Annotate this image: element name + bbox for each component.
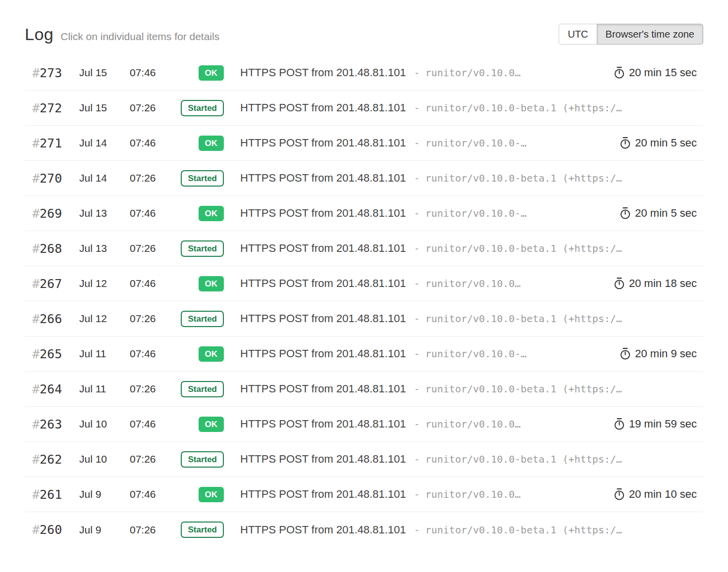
event-separator: - bbox=[414, 453, 420, 465]
status-badge-cell: Started bbox=[174, 240, 224, 257]
status-badge-cell: Started bbox=[174, 451, 224, 468]
hash-symbol: # bbox=[32, 347, 40, 361]
hash-symbol: # bbox=[32, 206, 40, 221]
event-description: HTTPS POST from 201.48.81.101 - runitor/… bbox=[240, 312, 697, 325]
hash-symbol: # bbox=[32, 417, 40, 431]
event-separator: - bbox=[414, 418, 420, 430]
stopwatch-icon bbox=[614, 488, 625, 501]
log-row[interactable]: #271 Jul 14 07:46 OK HTTPS POST from 201… bbox=[25, 126, 703, 161]
hash-symbol: # bbox=[32, 523, 40, 537]
duration-text: 20 min 10 sec bbox=[629, 488, 697, 501]
log-row[interactable]: #269 Jul 13 07:46 OK HTTPS POST from 201… bbox=[25, 196, 703, 231]
stopwatch-icon bbox=[620, 347, 631, 360]
header-bar: Log Click on individual items for detail… bbox=[25, 24, 703, 45]
event-source-text: HTTPS POST from 201.48.81.101 bbox=[240, 524, 406, 536]
status-badge: Started bbox=[181, 100, 224, 116]
log-row[interactable]: #267 Jul 12 07:46 OK HTTPS POST from 201… bbox=[25, 266, 703, 301]
event-number: #272 bbox=[32, 101, 79, 115]
status-badge: OK bbox=[199, 276, 224, 291]
log-row[interactable]: #260 Jul 9 07:26 Started HTTPS POST from… bbox=[25, 512, 703, 547]
log-row[interactable]: #263 Jul 10 07:46 OK HTTPS POST from 201… bbox=[25, 407, 703, 442]
event-date: Jul 11 bbox=[79, 383, 130, 395]
event-source-text: HTTPS POST from 201.48.81.101 bbox=[240, 418, 406, 430]
duration-cell: 20 min 9 sec bbox=[611, 347, 697, 360]
hash-symbol: # bbox=[32, 171, 40, 186]
log-row[interactable]: #270 Jul 14 07:26 Started HTTPS POST fro… bbox=[25, 161, 703, 196]
event-time: 07:46 bbox=[130, 348, 174, 360]
status-badge-cell: OK bbox=[174, 136, 224, 151]
event-date: Jul 13 bbox=[79, 242, 130, 254]
duration-text: 20 min 18 sec bbox=[629, 277, 697, 290]
event-number: #267 bbox=[32, 277, 79, 291]
event-source-text: HTTPS POST from 201.48.81.101 bbox=[240, 207, 406, 220]
status-badge: Started bbox=[181, 240, 224, 257]
event-time: 07:46 bbox=[130, 418, 174, 430]
event-time: 07:26 bbox=[130, 524, 174, 536]
status-badge: Started bbox=[181, 170, 224, 187]
event-source-text: HTTPS POST from 201.48.81.101 bbox=[240, 137, 406, 149]
status-badge: Started bbox=[181, 522, 224, 538]
user-agent-text: runitor/v0.10.0… bbox=[425, 418, 521, 430]
hash-symbol: # bbox=[32, 241, 40, 256]
status-badge-cell: OK bbox=[174, 487, 224, 502]
log-row[interactable]: #268 Jul 13 07:26 Started HTTPS POST fro… bbox=[25, 231, 703, 266]
log-row[interactable]: #272 Jul 15 07:26 Started HTTPS POST fro… bbox=[25, 91, 703, 126]
log-row[interactable]: #262 Jul 10 07:26 Started HTTPS POST fro… bbox=[25, 442, 703, 477]
event-time: 07:46 bbox=[130, 137, 174, 149]
status-badge: OK bbox=[199, 206, 224, 221]
user-agent-text: runitor/v0.10.0-beta.1 (+https:/… bbox=[425, 172, 622, 184]
event-source-text: HTTPS POST from 201.48.81.101 bbox=[240, 172, 406, 185]
log-row[interactable]: #273 Jul 15 07:46 OK HTTPS POST from 201… bbox=[25, 55, 703, 91]
status-badge: OK bbox=[199, 487, 224, 502]
user-agent-text: runitor/v0.10.0-… bbox=[425, 348, 527, 360]
status-badge: OK bbox=[199, 65, 224, 81]
event-number: #265 bbox=[32, 347, 79, 361]
event-date: Jul 9 bbox=[79, 524, 130, 536]
event-source-text: HTTPS POST from 201.48.81.101 bbox=[240, 242, 406, 255]
event-date: Jul 12 bbox=[79, 313, 130, 325]
event-description: HTTPS POST from 201.48.81.101 - runitor/… bbox=[240, 207, 611, 220]
event-source-text: HTTPS POST from 201.48.81.101 bbox=[240, 488, 406, 501]
event-number: #271 bbox=[32, 136, 79, 150]
user-agent-text: runitor/v0.10.0-beta.1 (+https:/… bbox=[425, 313, 622, 325]
event-date: Jul 9 bbox=[79, 488, 130, 500]
log-row[interactable]: #266 Jul 12 07:26 Started HTTPS POST fro… bbox=[25, 301, 703, 336]
event-separator: - bbox=[414, 67, 420, 79]
status-badge-cell: OK bbox=[174, 65, 224, 81]
hash-symbol: # bbox=[32, 101, 40, 115]
duration-cell: 20 min 5 sec bbox=[611, 137, 697, 149]
event-description: HTTPS POST from 201.48.81.101 - runitor/… bbox=[240, 66, 605, 79]
stopwatch-icon bbox=[620, 207, 631, 220]
event-time: 07:26 bbox=[130, 313, 174, 325]
event-date: Jul 14 bbox=[79, 172, 130, 184]
event-description: HTTPS POST from 201.48.81.101 - runitor/… bbox=[240, 172, 697, 185]
duration-text: 20 min 5 sec bbox=[635, 137, 697, 149]
event-description: HTTPS POST from 201.48.81.101 - runitor/… bbox=[240, 137, 611, 149]
event-separator: - bbox=[414, 242, 420, 254]
event-time: 07:46 bbox=[130, 488, 174, 500]
event-description: HTTPS POST from 201.48.81.101 - runitor/… bbox=[240, 453, 697, 466]
log-row[interactable]: #261 Jul 9 07:46 OK HTTPS POST from 201.… bbox=[25, 477, 703, 512]
log-row[interactable]: #264 Jul 11 07:26 Started HTTPS POST fro… bbox=[25, 372, 703, 407]
event-date: Jul 13 bbox=[79, 207, 130, 219]
event-description: HTTPS POST from 201.48.81.101 - runitor/… bbox=[240, 488, 605, 501]
duration-text: 20 min 15 sec bbox=[629, 66, 697, 79]
event-date: Jul 15 bbox=[79, 102, 130, 114]
event-number: #273 bbox=[32, 66, 79, 80]
log-row[interactable]: #265 Jul 11 07:46 OK HTTPS POST from 201… bbox=[25, 336, 703, 372]
user-agent-text: runitor/v0.10.0-beta.1 (+https:/… bbox=[425, 524, 622, 536]
duration-cell: 20 min 18 sec bbox=[605, 277, 697, 290]
event-time: 07:26 bbox=[130, 242, 174, 254]
event-description: HTTPS POST from 201.48.81.101 - runitor/… bbox=[240, 242, 697, 255]
user-agent-text: runitor/v0.10.0-beta.1 (+https:/… bbox=[425, 102, 622, 114]
event-description: HTTPS POST from 201.48.81.101 - runitor/… bbox=[240, 347, 611, 360]
event-time: 07:26 bbox=[130, 102, 174, 114]
utc-toggle-button[interactable]: UTC bbox=[559, 24, 597, 45]
user-agent-text: runitor/v0.10.0-beta.1 (+https:/… bbox=[425, 383, 622, 395]
event-separator: - bbox=[414, 348, 420, 360]
browser-timezone-toggle-button[interactable]: Browser's time zone bbox=[597, 24, 703, 45]
user-agent-text: runitor/v0.10.0… bbox=[425, 488, 521, 500]
status-badge-cell: OK bbox=[174, 206, 224, 221]
duration-cell: 20 min 10 sec bbox=[605, 488, 697, 501]
status-badge: Started bbox=[181, 381, 224, 397]
